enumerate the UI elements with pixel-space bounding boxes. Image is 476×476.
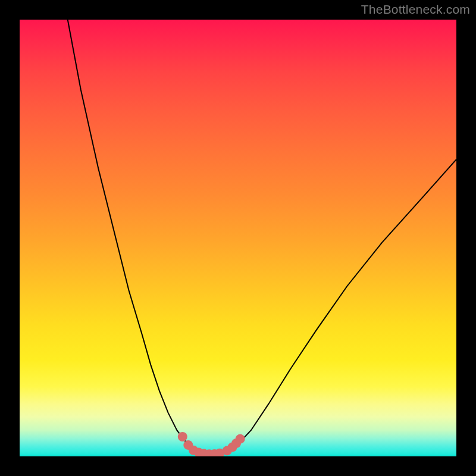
marker-group: [178, 432, 245, 456]
watermark-text: TheBottleneck.com: [361, 2, 470, 17]
bottleneck-curve: [68, 20, 456, 454]
chart-frame: TheBottleneck.com: [0, 0, 476, 476]
curve-marker: [236, 434, 245, 444]
curve-marker: [178, 432, 187, 441]
chart-overlay: [20, 20, 456, 456]
